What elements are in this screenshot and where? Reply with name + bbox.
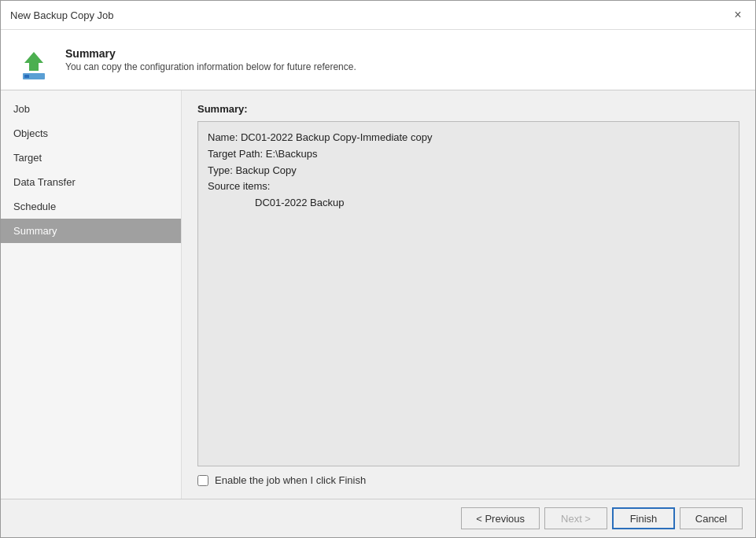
header-title: Summary	[65, 47, 356, 60]
main-content: Summary: Name: DC01-2022 Backup Copy-Imm…	[182, 90, 755, 499]
backup-copy-icon	[18, 52, 50, 80]
sidebar-item-job[interactable]: Job	[1, 97, 181, 121]
new-backup-copy-job-dialog: New Backup Copy Job × Summary You can co…	[0, 0, 756, 538]
dialog-footer: < Previous Next > Finish Cancel	[1, 499, 755, 537]
sidebar: Job Objects Target Data Transfer Schedul…	[1, 90, 182, 499]
summary-target-path: Target Path: E:\Backups	[208, 148, 317, 160]
sidebar-item-objects[interactable]: Objects	[1, 121, 181, 146]
next-button[interactable]: Next >	[544, 507, 607, 529]
close-button[interactable]: ×	[730, 7, 746, 23]
sidebar-item-data-transfer[interactable]: Data Transfer	[1, 170, 181, 194]
enable-job-checkbox[interactable]	[197, 475, 208, 486]
enable-job-checkbox-container: Enable the job when I click Finish	[197, 474, 739, 486]
finish-button[interactable]: Finish	[612, 507, 675, 529]
summary-source-item: DC01-2022 Backup	[208, 195, 729, 212]
summary-text-box: Name: DC01-2022 Backup Copy-Immediate co…	[197, 121, 739, 466]
dialog-content: Job Objects Target Data Transfer Schedul…	[1, 90, 755, 499]
summary-type: Type: Backup Copy	[208, 164, 297, 176]
summary-name: Name: DC01-2022 Backup Copy-Immediate co…	[208, 131, 432, 143]
header-text: Summary You can copy the configuration i…	[65, 47, 356, 72]
dialog-title: New Backup Copy Job	[10, 9, 114, 21]
enable-job-label: Enable the job when I click Finish	[215, 474, 366, 486]
summary-section-label: Summary:	[197, 103, 739, 115]
title-bar: New Backup Copy Job ×	[1, 1, 755, 30]
sidebar-item-summary[interactable]: Summary	[1, 219, 181, 243]
sidebar-item-schedule[interactable]: Schedule	[1, 194, 181, 219]
cancel-button[interactable]: Cancel	[680, 507, 743, 529]
dialog-header: Summary You can copy the configuration i…	[1, 30, 755, 90]
header-icon	[13, 39, 54, 80]
sidebar-item-target[interactable]: Target	[1, 146, 181, 170]
previous-button[interactable]: < Previous	[461, 507, 540, 529]
svg-marker-0	[24, 52, 43, 71]
header-description: You can copy the configuration informati…	[65, 61, 356, 72]
svg-rect-2	[24, 75, 29, 78]
summary-source-items-label: Source items:	[208, 180, 270, 192]
